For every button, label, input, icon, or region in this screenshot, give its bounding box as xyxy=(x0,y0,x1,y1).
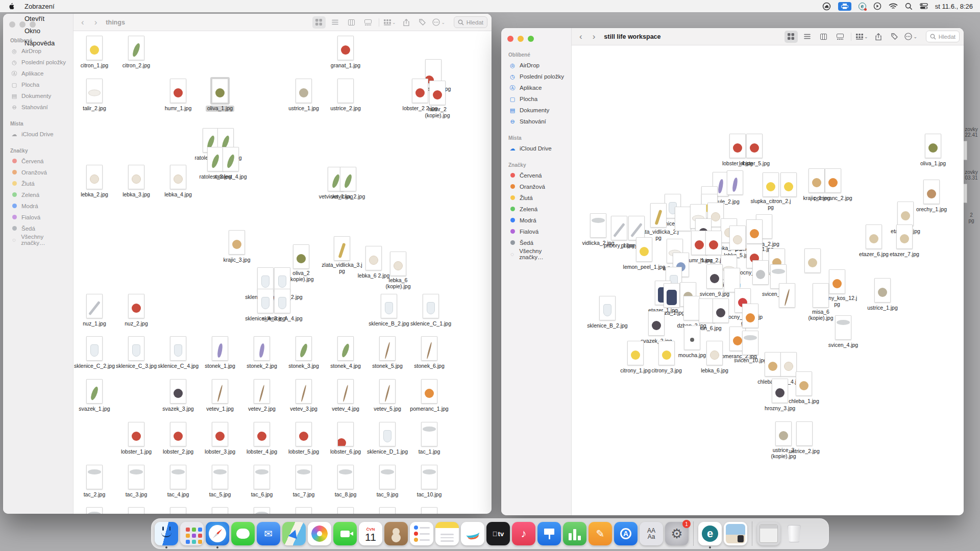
menu-item-otevřít[interactable]: Otevřít xyxy=(20,12,59,24)
sidebar-item--ed-[interactable]: Šedá xyxy=(506,237,567,248)
creative-cloud-icon[interactable] xyxy=(822,2,831,11)
dock-icon-music[interactable]: ♪ xyxy=(512,522,535,545)
finder-window-things[interactable]: Oblíbené◎AirDrop◷Poslední položkyⒶAplika… xyxy=(3,14,492,514)
dock-icon-calendar[interactable]: ČVN11 xyxy=(359,522,382,545)
dock-icon-trash[interactable] xyxy=(782,522,806,545)
dock-icon-pages[interactable]: ✎ xyxy=(589,522,612,545)
file-item[interactable]: vetev_4.jpg xyxy=(322,379,369,413)
file-item[interactable]: pomeranc_1.jpg xyxy=(406,379,453,413)
menu-item-okno[interactable]: Okno xyxy=(20,24,59,37)
dock-icon-freeform[interactable] xyxy=(461,522,484,545)
file-item[interactable]: nuz_1.jpg xyxy=(74,294,118,328)
file-item[interactable]: tac_3.jpg xyxy=(113,465,160,498)
file-item[interactable] xyxy=(280,507,327,514)
file-item[interactable] xyxy=(322,507,369,514)
forward-chevron-icon[interactable]: › xyxy=(589,32,599,41)
file-item[interactable]: lobster_3.jpg xyxy=(197,422,243,456)
file-item[interactable]: tac_7.jpg xyxy=(280,465,327,498)
file-item[interactable]: lobster_5.jpg xyxy=(731,134,778,167)
dock-icon-reminders[interactable] xyxy=(410,522,433,545)
file-item[interactable] xyxy=(197,507,243,514)
sidebar-item-icloud-drive[interactable]: ☁iCloud Drive xyxy=(506,143,567,154)
file-item[interactable]: stonek_3.jpg xyxy=(280,336,327,370)
sidebar-item--erven-[interactable]: Červená xyxy=(506,170,567,181)
file-item[interactable]: citrony_3.jpg xyxy=(643,341,690,374)
file-item[interactable]: tac_8.jpg xyxy=(322,465,369,498)
file-item[interactable]: nuz_2.jpg xyxy=(113,294,160,328)
file-item[interactable]: oliva_1.jpg xyxy=(197,79,243,112)
file-item[interactable]: stonek_4.jpg xyxy=(322,336,369,370)
file-item[interactable]: sklenice_B_2.jpg xyxy=(365,294,412,328)
file-item[interactable]: sklenice_C_4.jpg xyxy=(155,336,202,370)
dock-icon-finder[interactable] xyxy=(155,522,178,545)
menu-bar-clock[interactable]: st 11.6., 8:26 xyxy=(935,3,973,10)
file-item[interactable]: lebka_4.jpg xyxy=(155,165,202,198)
file-item[interactable]: lobster_1.jpg xyxy=(113,422,160,456)
file-item[interactable]: citron_2.jpg xyxy=(113,36,160,69)
file-item[interactable] xyxy=(364,507,411,514)
toolbar-tag-button[interactable] xyxy=(416,16,429,29)
dock-icon-appletv[interactable]: tv xyxy=(486,522,510,545)
file-item[interactable]: tac_4.jpg xyxy=(155,465,202,498)
view-grid-button[interactable] xyxy=(785,31,798,43)
sidebar-item--ed-[interactable]: Šedá xyxy=(8,223,69,234)
file-item[interactable]: sklenice_D_1.jpg xyxy=(364,422,411,456)
file-item[interactable]: vetvicka_2.jpg xyxy=(325,167,372,201)
eset-status-icon[interactable]: e xyxy=(859,3,866,10)
toolbar-share-button[interactable] xyxy=(872,31,885,43)
file-item[interactable]: tac_9.jpg xyxy=(364,465,411,498)
sidebar-item-oran-ov-[interactable]: Oranžová xyxy=(8,167,69,178)
file-item[interactable]: vetev_2.jpg xyxy=(238,379,285,413)
menu-item-nápověda[interactable]: Nápověda xyxy=(20,37,59,49)
file-item[interactable]: tac_10.jpg xyxy=(406,465,453,498)
dock-icon-mail[interactable]: ✉ xyxy=(257,522,280,545)
view-columns-button[interactable] xyxy=(345,16,358,29)
dock-icon-keynote[interactable] xyxy=(537,522,561,545)
sidebar-item-oran-ov-[interactable]: Oranžová xyxy=(506,181,567,192)
file-item[interactable]: pomeranc_2.jpg xyxy=(810,168,856,202)
file-item[interactable]: lebka_6.jpg xyxy=(691,341,738,374)
file-item[interactable]: ratolest_4.jpg xyxy=(207,147,254,181)
search-input[interactable]: Hledat xyxy=(454,16,487,28)
dock-icon-photos[interactable] xyxy=(308,522,331,545)
file-item[interactable] xyxy=(74,507,118,514)
minimize-button[interactable] xyxy=(518,36,524,42)
sidebar-item-fialov-[interactable]: Fialová xyxy=(506,226,567,237)
dock-icon-eset[interactable]: e xyxy=(698,522,722,545)
file-item[interactable]: stonek_5.jpg xyxy=(364,336,411,370)
sidebar-item-posledn-polo-ky[interactable]: ◷Poslední položky xyxy=(8,57,69,68)
sidebar-item-modr-[interactable]: Modrá xyxy=(506,215,567,226)
file-item[interactable]: humr_1.jpg xyxy=(155,79,202,112)
file-item[interactable]: stonek_2.jpg xyxy=(238,336,285,370)
file-item[interactable]: humr_2 (kopie).jpg xyxy=(414,81,461,119)
sidebar-item-aplikace[interactable]: ⒶAplikace xyxy=(8,68,69,79)
sidebar-item-stahov-n-[interactable]: ⊖Stahování xyxy=(506,116,567,127)
file-item[interactable]: sklenice_C_3.jpg xyxy=(113,336,160,370)
sidebar-item-fialov-[interactable]: Fialová xyxy=(8,212,69,223)
toolbar-more-button[interactable]: ⌄ xyxy=(432,16,446,29)
file-item[interactable]: lobster_5.jpg xyxy=(280,422,327,456)
view-list-button[interactable] xyxy=(801,31,814,43)
file-item[interactable]: sklenice_B_2.jpg xyxy=(584,296,631,330)
file-item[interactable]: granat_1.jpg xyxy=(322,36,369,69)
file-item[interactable] xyxy=(406,507,453,514)
file-item[interactable] xyxy=(155,507,202,514)
sidebar-item-plocha[interactable]: ▢Plocha xyxy=(8,79,69,90)
file-item[interactable]: citron_1.jpg xyxy=(74,36,118,69)
sidebar-item-v-echny-zna-ky-[interactable]: ◌Všechny značky… xyxy=(8,234,69,245)
file-item[interactable]: sklenice_C_2.jpg xyxy=(74,336,118,370)
dock-icon-safari[interactable] xyxy=(206,522,229,545)
toolbar-tag-button[interactable] xyxy=(888,31,901,43)
file-item[interactable]: tac_1.jpg xyxy=(406,422,453,456)
view-list-button[interactable] xyxy=(329,16,342,29)
file-item[interactable] xyxy=(727,304,774,328)
toolbar-group-button[interactable]: ⌄ xyxy=(383,16,397,29)
file-item[interactable] xyxy=(113,507,160,514)
file-item[interactable]: tac_5.jpg xyxy=(197,465,243,498)
toolbar-share-button[interactable] xyxy=(400,16,413,29)
dock-icon-facetime[interactable] xyxy=(333,522,357,545)
file-item[interactable]: etazer_7.jpg xyxy=(881,224,928,258)
dock-icon-contacts[interactable] xyxy=(384,522,408,545)
forward-chevron-icon[interactable]: › xyxy=(91,18,101,27)
file-item[interactable]: lebka_2.jpg xyxy=(74,165,118,198)
